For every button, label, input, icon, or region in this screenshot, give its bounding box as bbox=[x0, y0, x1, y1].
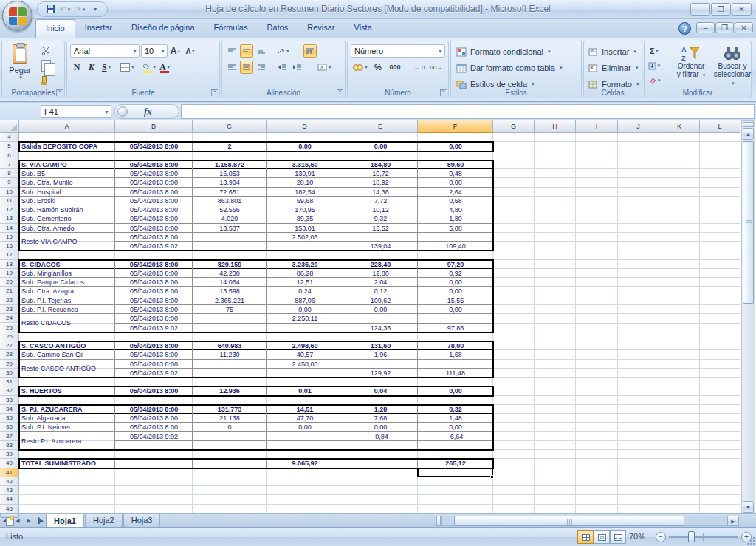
row-header-34[interactable]: 34 bbox=[0, 405, 19, 414]
row-header-30[interactable]: 30 bbox=[0, 369, 19, 378]
cell-E34[interactable]: 1,28 bbox=[343, 405, 418, 414]
cell-F32[interactable]: 0,00 bbox=[418, 386, 493, 395]
cell-F36[interactable]: 0,00 bbox=[418, 423, 493, 431]
cell-A20[interactable]: Sub. Parque Cidacos bbox=[19, 278, 115, 287]
cell-A28[interactable]: Sub. Camino San Gil bbox=[19, 350, 115, 359]
cell-C14[interactable]: 13.537 bbox=[193, 224, 267, 233]
cell-F18[interactable]: 97,20 bbox=[418, 260, 493, 269]
cell-B32[interactable]: 05/04/2013 8:00 bbox=[115, 386, 193, 395]
find-select-button[interactable]: Buscar yseleccionar ▾ bbox=[712, 44, 752, 87]
row-header-19[interactable]: 19 bbox=[0, 269, 19, 278]
page-layout-view-button[interactable] bbox=[594, 530, 610, 544]
redo-icon[interactable]: ↷▾ bbox=[73, 3, 86, 16]
accounting-format-button[interactable]: ▾ bbox=[351, 61, 370, 74]
cell-B5[interactable]: 05/04/2013 8:00 bbox=[115, 142, 193, 151]
borders-button[interactable]: ▾ bbox=[120, 61, 135, 74]
cell-F8[interactable]: 0,48 bbox=[418, 169, 493, 178]
font-dialog-launcher[interactable] bbox=[211, 89, 218, 96]
cell-B14[interactable]: 05/04/2013 8:00 bbox=[115, 224, 193, 233]
cell-F27[interactable]: 78,00 bbox=[418, 341, 493, 350]
insert-cells-button[interactable]: + Insertar▾ bbox=[584, 44, 639, 59]
row-header-10[interactable]: 10 bbox=[0, 188, 19, 197]
bold-button[interactable]: N bbox=[70, 61, 83, 74]
cell-F16[interactable]: 109,40 bbox=[418, 242, 493, 250]
merged-cell-A15[interactable]: Resto VIA CAMPO bbox=[19, 233, 115, 251]
font-size-combo[interactable]: 10▼ bbox=[141, 44, 168, 58]
row-header-22[interactable]: 22 bbox=[0, 296, 19, 305]
align-top-button[interactable] bbox=[225, 44, 238, 58]
scroll-up-button[interactable]: ▲ bbox=[743, 128, 754, 140]
cell-B34[interactable]: 05/04/2013 8:00 bbox=[115, 405, 193, 414]
cell-E22[interactable]: 109,62 bbox=[343, 296, 418, 305]
cell-D13[interactable]: 89,35 bbox=[267, 214, 343, 223]
column-header-I[interactable]: I bbox=[576, 120, 618, 133]
row-header-8[interactable]: 8 bbox=[0, 169, 19, 178]
row-header-44[interactable]: 44 bbox=[0, 495, 19, 504]
cell-D15[interactable]: 2.502,06 bbox=[267, 233, 343, 242]
increase-indent-button[interactable] bbox=[290, 61, 303, 74]
insert-sheet-tab[interactable] bbox=[0, 514, 19, 518]
cell-B11[interactable]: 05/04/2013 8:00 bbox=[115, 197, 193, 205]
decrease-decimal-button[interactable]: .00→ bbox=[427, 61, 443, 74]
wrap-text-button[interactable] bbox=[303, 44, 317, 58]
cell-F11[interactable]: 0,68 bbox=[418, 197, 493, 205]
grow-font-button[interactable]: A▲ bbox=[169, 44, 182, 58]
cell-F5[interactable]: 0,00 bbox=[418, 142, 493, 151]
close-button[interactable]: ✕ bbox=[732, 3, 752, 16]
cell-A22[interactable]: Sub. P.I. Tejerías bbox=[19, 296, 115, 305]
cell-C19[interactable]: 42.230 bbox=[193, 269, 267, 278]
row-header-38[interactable]: 38 bbox=[0, 441, 19, 450]
cell-B35[interactable]: 05/04/2013 8:00 bbox=[115, 414, 193, 423]
cell-D23[interactable]: 0,00 bbox=[267, 305, 343, 314]
font-color-button[interactable]: A▾ bbox=[158, 61, 171, 74]
horizontal-scroll-thumb[interactable] bbox=[454, 516, 684, 526]
cell-F9[interactable]: 0,00 bbox=[418, 178, 493, 187]
decrease-indent-button[interactable] bbox=[275, 61, 289, 74]
align-center-button[interactable] bbox=[240, 61, 253, 74]
cell-F12[interactable]: 4,80 bbox=[418, 205, 493, 214]
cell-B13[interactable]: 05/04/2013 8:00 bbox=[115, 214, 193, 223]
cell-F21[interactable]: 0,00 bbox=[418, 287, 493, 296]
cell-D12[interactable]: 170,95 bbox=[267, 205, 343, 214]
cell-F30[interactable]: 111,48 bbox=[418, 369, 493, 378]
sheet-tab-hoja1[interactable]: Hoja1 bbox=[46, 514, 84, 528]
cell-C34[interactable]: 131.773 bbox=[193, 405, 267, 414]
zoom-slider-thumb[interactable] bbox=[688, 531, 695, 542]
format-painter-button[interactable] bbox=[39, 74, 52, 87]
cell-A34[interactable]: S. P.I. AZUCARERA bbox=[19, 405, 115, 414]
cell-E14[interactable]: 15,52 bbox=[343, 224, 418, 233]
column-header-B[interactable]: B bbox=[115, 120, 193, 133]
ribbon-tab-vista[interactable]: Vista bbox=[345, 19, 382, 38]
cell-C35[interactable]: 21.138 bbox=[193, 414, 267, 423]
cell-C28[interactable]: 11.230 bbox=[193, 350, 267, 359]
restore-button[interactable]: ❐ bbox=[711, 3, 731, 16]
insert-function-button[interactable]: fx bbox=[114, 104, 179, 119]
cell-D19[interactable]: 86,28 bbox=[267, 269, 343, 278]
merged-cell-A24[interactable]: Resto CIDACOS bbox=[19, 314, 115, 332]
row-header-25[interactable]: 25 bbox=[0, 324, 19, 332]
cell-E37[interactable]: -0,84 bbox=[343, 432, 418, 441]
conditional-formatting-button[interactable]: Formato condicional▾ bbox=[453, 44, 554, 59]
cell-B19[interactable]: 05/04/2013 8:00 bbox=[115, 269, 193, 278]
cell-A5[interactable]: Salida DEPOSITO COPA bbox=[19, 142, 115, 151]
cell-D35[interactable]: 47,70 bbox=[267, 414, 343, 423]
cell-B36[interactable]: 05/04/2013 8:00 bbox=[115, 423, 193, 431]
cell-D10[interactable]: 182,54 bbox=[267, 188, 343, 197]
cell-F7[interactable]: 89,60 bbox=[418, 160, 493, 169]
cell-F20[interactable]: 0,00 bbox=[418, 278, 493, 287]
cell-E19[interactable]: 12,80 bbox=[343, 269, 418, 278]
cell-E13[interactable]: 9,32 bbox=[343, 214, 418, 223]
cell-A11[interactable]: Sub. Eroski bbox=[19, 197, 115, 205]
cell-B24[interactable]: 05/04/2013 8:00 bbox=[115, 314, 193, 323]
number-dialog-launcher[interactable] bbox=[440, 89, 447, 96]
cell-B21[interactable]: 05/04/2013 8:00 bbox=[115, 287, 193, 296]
row-header-5[interactable]: 5 bbox=[0, 142, 19, 151]
cell-B18[interactable]: 05/04/2013 8:00 bbox=[115, 260, 193, 269]
ribbon-tab-datos[interactable]: Datos bbox=[257, 19, 298, 38]
row-header-16[interactable]: 16 bbox=[0, 242, 19, 250]
ribbon-tab-fórmulas[interactable]: Fórmulas bbox=[205, 19, 258, 38]
cell-D36[interactable]: 0,00 bbox=[267, 423, 343, 431]
delete-cells-button[interactable]: × Eliminar▾ bbox=[584, 61, 641, 75]
cell-F34[interactable]: 0,32 bbox=[418, 405, 493, 414]
cell-A21[interactable]: Sub. Ctra. Azagra bbox=[19, 287, 115, 296]
